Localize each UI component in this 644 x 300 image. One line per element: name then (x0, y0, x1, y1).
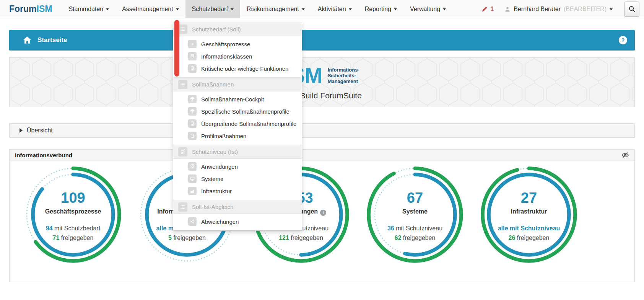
ism-caption-line: Informations- (328, 67, 359, 73)
menu-item-label: Informationsklassen (201, 53, 252, 60)
menu-item-kritische-oder-wichtige-funktionen[interactable]: Kritische oder wichtige Funktionen (173, 62, 302, 75)
donut-center-value: 27 (480, 190, 578, 206)
menu-item-label: Infrastruktur (201, 188, 232, 194)
ism-caption-line: Management (328, 78, 359, 84)
donut-label: Infrastruktur (480, 208, 578, 215)
menu-item-abweichungen[interactable]: Abweichungen (173, 215, 302, 228)
menu-item-label: Anwendungen (201, 163, 238, 170)
dropdown-section-header: Soll-Ist-Abgleich (173, 200, 302, 214)
umbrella-icon (188, 95, 197, 103)
search-button[interactable] (624, 2, 639, 17)
share-icon (188, 217, 197, 226)
forumism-app: ForumISM StammdatenAssetmanagementSchutz… (0, 0, 644, 300)
donut-label-text: Geschäftsprozesse (45, 208, 101, 215)
nav-item-verwaltung[interactable]: Verwaltung (403, 0, 452, 18)
document-icon (188, 132, 197, 140)
donut-stat-line: 36 mit Schutzniveau (366, 223, 464, 233)
dropdown-item-list: AnwendungenSystemeInfrastruktur (173, 159, 302, 200)
donut-chart-systeme: 67Systeme36 mit Schutzniveau62 freigegeb… (366, 165, 464, 264)
edit-indicator[interactable]: 1 (481, 6, 494, 13)
menu-item-label: Spezifische Sollmaßnahmenprofile (201, 108, 289, 115)
ism-logo-caption: Informations- Sicherheits- Management (328, 67, 359, 84)
dropdown-section-title: Sollmaßnahmen (192, 81, 234, 88)
database-icon (188, 52, 197, 60)
chevron-down-icon (443, 8, 446, 10)
menu-item-übergreifende-sollmaßnahmenprofile[interactable]: Übergreifende Sollmaßnahmenprofile (173, 117, 302, 130)
donut-stat-line: 121 freigegeben (252, 233, 350, 243)
banner: ISM Informations- Sicherheits- Managemen… (9, 57, 635, 107)
informationsverbund-panel: Informationsverbund 109Geschäftsprozesse… (9, 149, 635, 282)
menu-item-systeme[interactable]: Systeme (173, 173, 302, 185)
eye-off-icon[interactable] (621, 152, 629, 158)
nav-item-label: Reporting (365, 6, 391, 13)
dropdown-item-list: GeschäftsprozesseInformationsklassenKrit… (173, 36, 302, 77)
dropdown-section-header: Sollmaßnahmen (173, 77, 302, 91)
menu-item-profilmaßnahmen[interactable]: Profilmaßnahmen (173, 130, 302, 142)
umbrella-icon (188, 107, 197, 116)
nav-item-aktivitäten[interactable]: Aktivitäten (311, 0, 358, 18)
triangle-right-icon (20, 128, 23, 133)
monitor-icon (188, 174, 197, 183)
donut-center-value: 109 (24, 190, 122, 206)
menu-item-label: Profilmaßnahmen (201, 133, 246, 139)
overview-collapse-bar[interactable]: Übersicht (9, 123, 635, 138)
nav-item-label: Verwaltung (410, 6, 440, 13)
dropdown-item-list: Abweichungen (173, 214, 302, 230)
chevron-down-icon (176, 8, 179, 10)
main-menu: StammdatenAssetmanagementSchutzbedarfRis… (62, 0, 452, 18)
nav-item-reporting[interactable]: Reporting (358, 0, 403, 18)
nav-item-stammdaten[interactable]: Stammdaten (62, 0, 115, 18)
nav-item-schutzbedarf[interactable]: Schutzbedarf (185, 0, 240, 18)
donut-stat-line: alle mit Schutzniveau (480, 223, 578, 233)
user-name: Bernhard Berater (514, 6, 561, 13)
info-icon[interactable]: i (320, 210, 326, 216)
nav-item-risikomanagement[interactable]: Risikomanagement (240, 0, 311, 18)
menu-item-infrastruktur[interactable]: Infrastruktur (173, 185, 302, 197)
menu-item-geschäftsprozesse[interactable]: Geschäftsprozesse (173, 38, 302, 50)
menu-item-informationsklassen[interactable]: Informationsklassen (173, 50, 302, 62)
chevron-down-icon (106, 8, 109, 10)
search-icon (628, 5, 636, 13)
nav-right: 1 Bernhard Berater (BEARBEITER) (481, 0, 644, 18)
pencil-icon (481, 6, 488, 12)
help-button[interactable]: ? (619, 36, 627, 44)
menu-item-label: Kritische oder wichtige Funktionen (201, 65, 288, 72)
user-menu[interactable]: Bernhard Berater (BEARBEITER) (504, 6, 613, 13)
donut-center-value: 67 (366, 190, 464, 206)
home-icon (22, 35, 32, 45)
panel-header: Informationsverbund (10, 150, 634, 161)
menu-item-label: Abweichungen (201, 218, 239, 225)
top-nav: ForumISM StammdatenAssetmanagementSchutz… (0, 0, 644, 18)
donut-chart-geschäftsprozesse: 109Geschäftsprozesse94 mit Schutzbedarf7… (24, 165, 122, 264)
menu-item-label: Systeme (201, 176, 223, 182)
schutzbedarf-dropdown-menu: Schutzbedarf (Soll)GeschäftsprozesseInfo… (173, 22, 302, 231)
overview-label: Übersicht (27, 127, 53, 134)
chevron-down-icon (610, 8, 613, 10)
chart-icon (178, 147, 187, 157)
donut-stat-line: 62 freigegeben (366, 233, 464, 243)
menu-item-sollmaßnahmen-cockpit[interactable]: Sollmaßnahmen-Cockpit (173, 93, 302, 105)
donut-stat-line: 71 freigegeben (24, 233, 122, 243)
donut-stat-line: 94 mit Schutzbedarf (24, 223, 122, 233)
app-logo-part2: ISM (37, 4, 52, 14)
app-icon (188, 162, 197, 171)
chevron-down-icon (231, 8, 234, 10)
menu-item-spezifische-sollmaßnahmenprofile[interactable]: Spezifische Sollmaßnahmenprofile (173, 105, 302, 117)
nav-item-label: Schutzbedarf (192, 6, 228, 13)
nav-item-assetmanagement[interactable]: Assetmanagement (115, 0, 185, 18)
donut-stat-line: 26 freigegeben (480, 233, 578, 243)
donut-stat-lines: alle mit Schutzniveau26 freigegeben (480, 223, 578, 243)
donut-label-text: Infrastruktur (511, 208, 547, 215)
donut-chart-infrastruktur: 27Infrastrukturalle mit Schutzniveau26 f… (480, 165, 578, 264)
dropdown-section-title: Soll-Ist-Abgleich (192, 204, 233, 210)
chevron-down-icon (302, 8, 305, 10)
list-icon (178, 24, 187, 34)
dropdown-section-title: Schutzniveau (Ist) (192, 148, 238, 155)
dropdown-section-title: Schutzbedarf (Soll) (192, 26, 241, 33)
document-icon (188, 119, 197, 128)
menu-item-anwendungen[interactable]: Anwendungen (173, 160, 302, 173)
factory-icon (188, 187, 197, 195)
app-logo[interactable]: ForumISM (0, 0, 62, 18)
dropdown-section: Soll-Ist-AbgleichAbweichungen (173, 200, 302, 230)
app-logo-part1: Forum (9, 4, 37, 14)
